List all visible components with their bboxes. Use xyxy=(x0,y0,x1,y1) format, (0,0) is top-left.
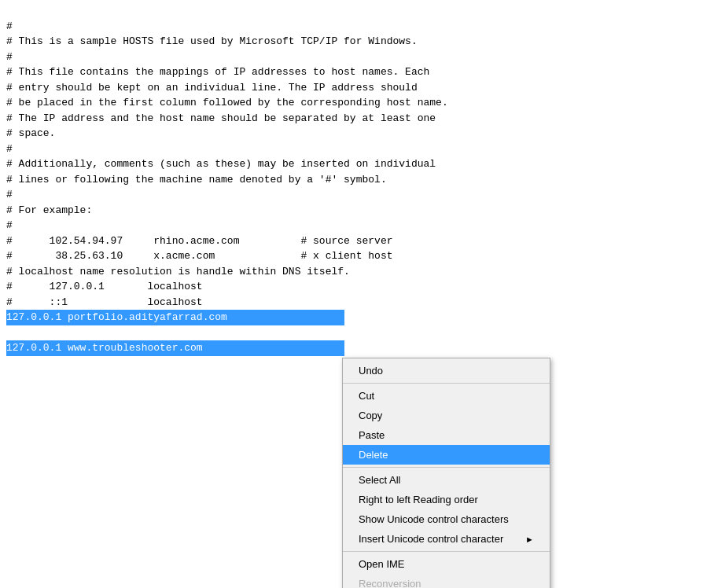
context-menu-paste[interactable]: Paste xyxy=(343,425,550,445)
text-editor[interactable]: # # This is a sample HOSTS file used by … xyxy=(0,0,714,374)
submenu-arrow-icon: ► xyxy=(525,535,534,544)
context-menu-copy[interactable]: Copy xyxy=(343,406,550,425)
context-menu-show-unicode[interactable]: Show Unicode control characters xyxy=(343,509,550,529)
selected-line-2: 127.0.0.1 www.troubleshooter.com xyxy=(6,340,344,356)
context-menu-undo[interactable]: Undo xyxy=(343,361,550,380)
selected-line-1: 127.0.0.1 portfolio.adityafarrad.com xyxy=(6,310,344,325)
menu-separator-1 xyxy=(343,383,550,384)
context-menu-cut[interactable]: Cut xyxy=(343,386,550,406)
context-menu-rtl[interactable]: Right to left Reading order xyxy=(343,490,550,509)
editor-line: # # This is a sample HOSTS file used by … xyxy=(6,20,448,308)
context-menu-reconversion[interactable]: Reconversion xyxy=(343,574,550,588)
context-menu: Undo Cut Copy Paste Delete Select All Ri… xyxy=(342,358,550,588)
context-menu-select-all[interactable]: Select All xyxy=(343,470,550,490)
context-menu-insert-unicode[interactable]: Insert Unicode control character ► xyxy=(343,529,550,549)
menu-separator-3 xyxy=(343,551,550,552)
context-menu-open-ime[interactable]: Open IME xyxy=(343,554,550,574)
menu-separator-2 xyxy=(343,467,550,468)
context-menu-delete[interactable]: Delete xyxy=(343,445,550,465)
